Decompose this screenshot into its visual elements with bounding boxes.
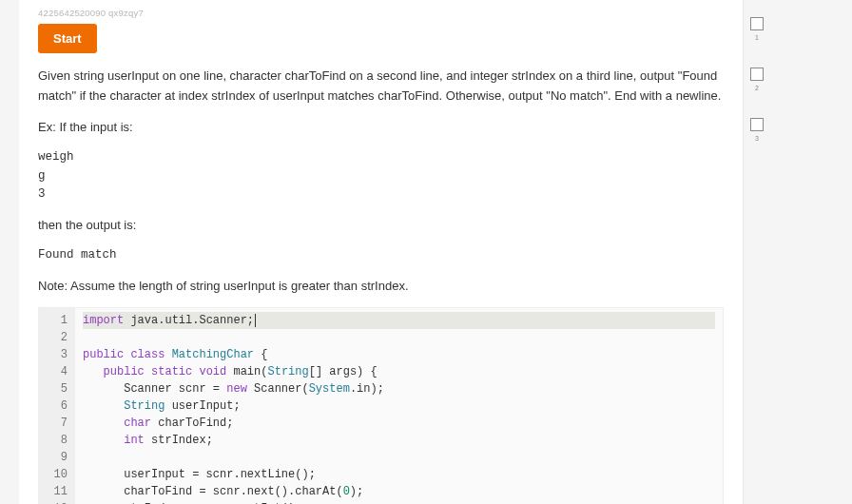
content-panel: 4225642520090 qx9zqy7 Start Given string… xyxy=(19,0,744,504)
code-line[interactable]: Scanner scnr = new Scanner(System.in); xyxy=(83,380,715,397)
step-number: 2 xyxy=(755,85,759,91)
step-checkbox-icon xyxy=(750,118,764,131)
example-label: Ex: If the input is: xyxy=(38,118,724,138)
then-label: then the output is: xyxy=(38,216,724,236)
code-line[interactable]: public static void main(String[] args) { xyxy=(83,363,715,380)
code-line[interactable]: import java.util.Scanner; xyxy=(83,312,715,329)
step-indicator[interactable]: 1 xyxy=(750,17,764,41)
code-line[interactable]: char charToFind; xyxy=(83,415,715,432)
code-line[interactable]: strIndex = scnr.nextInt(); xyxy=(83,500,715,504)
side-steps: 123 xyxy=(744,0,770,142)
line-gutter: 1234567891011121314151617 xyxy=(39,308,75,504)
meta-id: 4225642520090 qx9zqy7 xyxy=(38,8,724,18)
step-checkbox-icon xyxy=(750,17,764,30)
prompt-block: Given string userInput on one line, char… xyxy=(38,67,724,296)
code-line[interactable]: charToFind = scnr.next().charAt(0); xyxy=(83,483,715,500)
code-editor[interactable]: 1234567891011121314151617 import java.ut… xyxy=(38,307,724,504)
code-line[interactable]: public class MatchingChar { xyxy=(83,346,715,363)
code-line[interactable]: userInput = scnr.nextLine(); xyxy=(83,466,715,483)
code-line[interactable] xyxy=(83,329,715,346)
prompt-note: Note: Assume the length of string userIn… xyxy=(38,277,724,297)
code-line[interactable]: int strIndex; xyxy=(83,432,715,449)
step-indicator[interactable]: 3 xyxy=(750,118,764,142)
code-line[interactable]: String userInput; xyxy=(83,397,715,415)
step-number: 1 xyxy=(755,34,759,41)
example-output: Found match xyxy=(38,246,724,264)
step-checkbox-icon xyxy=(750,68,764,81)
example-input: weigh g 3 xyxy=(38,148,724,204)
step-indicator[interactable]: 2 xyxy=(750,68,764,91)
start-button[interactable]: Start xyxy=(38,24,97,53)
code-line[interactable] xyxy=(83,449,715,466)
code-body[interactable]: import java.util.Scanner;public class Ma… xyxy=(75,308,723,504)
prompt-description: Given string userInput on one line, char… xyxy=(38,67,724,107)
step-number: 3 xyxy=(755,135,759,142)
